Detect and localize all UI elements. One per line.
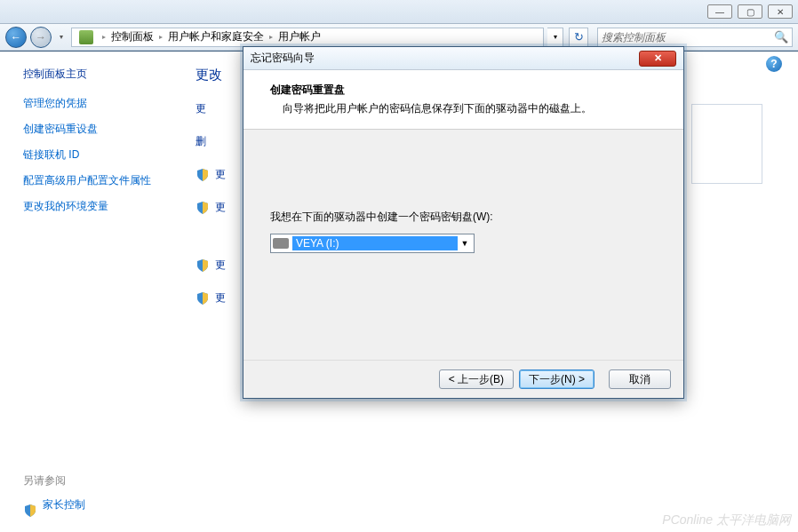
sidebar-also-heading: 另请参阅 [23, 473, 169, 488]
breadcrumb-item[interactable]: 控制面板 [111, 29, 154, 44]
wizard-heading: 创建密码重置盘 [270, 83, 657, 98]
breadcrumb[interactable]: ▸ 控制面板 ▸ 用户帐户和家庭安全 ▸ 用户帐户 [71, 28, 544, 47]
back-step-button[interactable]: < 上一步(B) [439, 369, 514, 389]
search-input[interactable] [602, 31, 774, 44]
drive-icon [273, 238, 289, 249]
shield-icon [196, 201, 210, 215]
sidebar-link-reset-disk[interactable]: 创建密码重设盘 [23, 122, 169, 137]
shield-icon [196, 291, 210, 306]
shield-icon [196, 168, 210, 182]
forward-button[interactable]: → [30, 27, 52, 48]
wizard-footer: < 上一步(B) 下一步(N) > 取消 [243, 360, 683, 398]
sidebar-link-parental[interactable]: 家长控制 [43, 497, 85, 512]
wizard-close-button[interactable]: ✕ [639, 51, 676, 67]
user-avatar-box [691, 104, 762, 184]
content-item[interactable]: 更 [215, 200, 226, 215]
shield-icon [23, 504, 37, 518]
wizard-header: 创建密码重置盘 向导将把此用户帐户的密码信息保存到下面的驱动器中的磁盘上。 [243, 70, 683, 130]
cancel-button[interactable]: 取消 [609, 369, 671, 389]
drive-prompt-label: 我想在下面的驱动器中创建一个密码密钥盘(W): [270, 210, 657, 225]
drive-selected-value: VEYA (I:) [292, 236, 458, 250]
maximize-button[interactable]: ▢ [738, 4, 762, 19]
next-step-button[interactable]: 下一步(N) > [519, 369, 595, 389]
breadcrumb-dropdown[interactable]: ▾ [547, 28, 563, 47]
content-item[interactable]: 更 [215, 290, 226, 306]
content-item[interactable]: 更 [215, 167, 226, 182]
breadcrumb-item[interactable]: 用户帐户和家庭安全 [168, 29, 264, 44]
content-item[interactable]: 更 [215, 258, 226, 273]
sidebar-link-env-vars[interactable]: 更改我的环境变量 [23, 199, 169, 214]
shield-icon [196, 258, 210, 273]
search-icon[interactable]: 🔍 [774, 30, 788, 44]
wizard-dialog: 忘记密码向导 ✕ 创建密码重置盘 向导将把此用户帐户的密码信息保存到下面的驱动器… [243, 46, 684, 399]
sidebar-link-online-id[interactable]: 链接联机 ID [23, 147, 169, 163]
control-panel-icon [79, 30, 93, 44]
wizard-titlebar[interactable]: 忘记密码向导 ✕ [243, 47, 683, 70]
window-titlebar: ― ▢ ✕ [0, 0, 798, 24]
sidebar-heading[interactable]: 控制面板主页 [23, 67, 169, 82]
wizard-description: 向导将把此用户帐户的密码信息保存到下面的驱动器中的磁盘上。 [270, 101, 657, 116]
sidebar-link-credentials[interactable]: 管理您的凭据 [23, 96, 169, 111]
sidebar: 控制面板主页 管理您的凭据 创建密码重设盘 链接联机 ID 配置高级用户配置文件… [0, 51, 178, 532]
wizard-title-text: 忘记密码向导 [251, 51, 639, 66]
breadcrumb-item[interactable]: 用户帐户 [278, 29, 321, 44]
sidebar-link-advanced-profile[interactable]: 配置高级用户配置文件属性 [23, 173, 169, 188]
refresh-button[interactable]: ↻ [569, 28, 588, 47]
wizard-body: 我想在下面的驱动器中创建一个密码密钥盘(W): VEYA (I:) ▼ [243, 130, 683, 360]
watermark: PConline 太平洋电脑网 [662, 512, 791, 528]
drive-select[interactable]: VEYA (I:) ▼ [270, 234, 475, 253]
breadcrumb-sep: ▸ [102, 33, 106, 41]
back-button[interactable]: ← [5, 27, 27, 48]
breadcrumb-sep: ▸ [269, 33, 273, 41]
window-close-button[interactable]: ✕ [768, 4, 793, 19]
help-icon[interactable]: ? [766, 56, 782, 72]
search-box[interactable]: 🔍 [597, 28, 793, 47]
chevron-down-icon[interactable]: ▼ [458, 239, 472, 248]
minimize-button[interactable]: ― [707, 4, 732, 19]
nav-history-dropdown[interactable]: ▾ [55, 28, 68, 46]
breadcrumb-sep: ▸ [159, 33, 163, 41]
